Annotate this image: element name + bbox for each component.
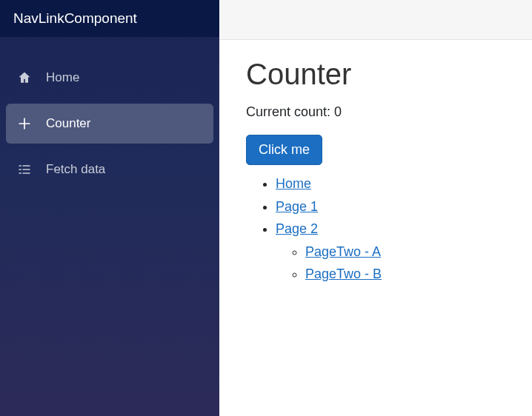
link-page2b[interactable]: PageTwo - B <box>305 266 382 281</box>
sidebar: NavLinkComponent Home Counter Fetch data <box>0 0 219 416</box>
count-text: Current count: 0 <box>246 104 505 120</box>
list-icon <box>15 162 34 177</box>
nav-list: Home Counter Fetch data <box>0 37 219 195</box>
click-me-button[interactable]: Click me <box>246 135 322 165</box>
list-item: Page 1 <box>276 195 505 218</box>
sidebar-item-label: Fetch data <box>46 162 105 177</box>
list-item: PageTwo - B <box>305 263 505 286</box>
count-label: Current count: <box>246 104 334 119</box>
sidebar-item-home[interactable]: Home <box>6 58 213 98</box>
link-page2[interactable]: Page 2 <box>276 221 318 236</box>
list-item: Home <box>276 172 505 195</box>
page-title: Counter <box>246 58 505 91</box>
app-brand: NavLinkComponent <box>0 0 219 37</box>
plus-icon <box>15 116 34 131</box>
link-page1[interactable]: Page 1 <box>276 199 318 214</box>
home-icon <box>15 70 34 85</box>
sidebar-item-fetch-data[interactable]: Fetch data <box>6 150 213 189</box>
content: Counter Current count: 0 Click me Home P… <box>219 40 532 303</box>
topbar <box>219 0 532 40</box>
link-home[interactable]: Home <box>276 176 311 191</box>
sidebar-item-counter[interactable]: Counter <box>6 104 213 144</box>
list-item: PageTwo - A <box>305 241 505 264</box>
link-page2a[interactable]: PageTwo - A <box>305 244 381 259</box>
main-area: Counter Current count: 0 Click me Home P… <box>219 0 532 416</box>
link-sublist: PageTwo - A PageTwo - B <box>276 241 505 286</box>
link-list: Home Page 1 Page 2 PageTwo - A PageTwo -… <box>246 172 505 286</box>
sidebar-item-label: Counter <box>46 116 90 131</box>
sidebar-item-label: Home <box>46 70 79 85</box>
count-value: 0 <box>334 104 342 119</box>
list-item: Page 2 PageTwo - A PageTwo - B <box>276 218 505 286</box>
